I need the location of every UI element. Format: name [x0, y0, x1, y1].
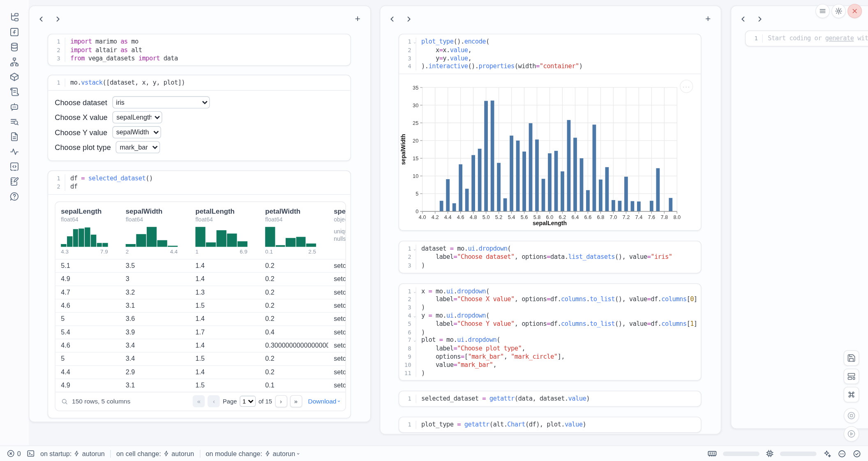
sidebar-item-code-square[interactable] [9, 161, 19, 171]
code-line[interactable]: 1›x = mo.ui.dropdown( [399, 287, 696, 295]
chart-menu-button[interactable]: ··· [680, 80, 693, 93]
code-line[interactable]: 1›plot_type().encode( [399, 38, 696, 46]
table-footer: 150 rows, 5 columns«‹Page1of 15›»Downloa… [55, 392, 346, 410]
code-editor[interactable]: 1›plot_type().encode(2 x=x.value,3 y=y.v… [399, 35, 701, 74]
code-line[interactable]: 5 label="Choose Y value", options=df.col… [399, 320, 696, 328]
code-line[interactable]: 1selected_dataset = getattr(data, datase… [399, 395, 696, 403]
code-line[interactable]: 1import marimo as mo [48, 38, 346, 46]
code-line[interactable]: 6) [399, 328, 696, 336]
sidebar-item-activity[interactable] [9, 147, 19, 157]
sidebar-item-function-square[interactable] [9, 27, 19, 37]
notebook-menu-button[interactable] [815, 4, 830, 18]
fold-chevron-icon[interactable]: › [410, 316, 418, 318]
code-line[interactable]: 3 y=y.value, [399, 54, 696, 62]
sidebar-item-bot[interactable] [9, 102, 19, 112]
on-cell-change-setting[interactable]: on cell change: autorun [116, 449, 194, 457]
fold-chevron-icon[interactable]: › [410, 291, 418, 294]
column-header-species[interactable]: speciesobjectunique:nulls: [328, 207, 346, 259]
sidebar-item-scroll-text[interactable] [9, 87, 19, 97]
command-palette-button[interactable] [844, 387, 859, 403]
column-next-button[interactable] [753, 13, 766, 25]
add-cell-button[interactable]: + [702, 13, 714, 25]
code-line[interactable]: 1plot_type = getattr(alt.Chart(df), plot… [399, 421, 696, 429]
code-line[interactable]: 7›plot = mo.ui.dropdown( [399, 336, 696, 344]
svg-text:7.2: 7.2 [622, 214, 630, 221]
prev-page-button[interactable]: ‹ [208, 395, 220, 408]
first-page-button[interactable]: « [193, 395, 205, 408]
errors-indicator[interactable]: 0 [7, 449, 21, 458]
sepal-bar-chart[interactable]: 4.04.24.44.64.85.05.25.45.65.86.06.26.46… [399, 79, 701, 229]
stop-button[interactable] [844, 408, 859, 424]
code-line[interactable]: 2 label="Choose X value", options=df.col… [399, 295, 696, 303]
code-editor[interactable]: 1 Start coding or generate with [746, 31, 868, 46]
choose-dataset-select[interactable]: iris [112, 97, 210, 109]
code-line[interactable]: 11) [399, 369, 696, 377]
download-button[interactable]: Download› [308, 398, 340, 405]
fold-chevron-icon[interactable]: › [410, 249, 418, 251]
choose-y-value-select[interactable]: sepalWidth [112, 126, 161, 138]
sidebar-item-package[interactable] [9, 72, 19, 82]
connection-status-icon[interactable] [852, 449, 861, 458]
on-module-change-setting[interactable]: on module change: autorun › [205, 449, 299, 457]
column-prev-button[interactable] [737, 13, 749, 25]
sidebar-item-text-search[interactable] [9, 117, 19, 127]
terminal-button[interactable] [26, 449, 35, 458]
code-editor[interactable]: 1import marimo as mo2import altair as al… [48, 35, 350, 66]
sidebar-item-database[interactable] [9, 42, 19, 52]
code-editor[interactable]: 1selected_dataset = getattr(data, datase… [399, 392, 701, 406]
ai-sparkles-button[interactable] [823, 449, 832, 458]
run-all-button[interactable] [844, 426, 859, 442]
fold-chevron-icon[interactable]: › [410, 41, 418, 44]
next-page-button[interactable]: › [275, 395, 287, 408]
code-line[interactable]: 8 label="Choose plot type", [399, 344, 696, 353]
sidebar-item-file-tree[interactable] [9, 12, 19, 22]
save-button[interactable] [844, 350, 859, 366]
sidebar-item-network[interactable] [9, 57, 19, 67]
code-line[interactable]: 1 Start coding or generate with [746, 35, 868, 43]
code-line[interactable]: 2 label="Choose dataset", options=data.l… [399, 253, 696, 261]
code-line[interactable]: 4).interactive().properties(width="conta… [399, 62, 696, 70]
add-cell-button[interactable]: + [351, 13, 364, 25]
code-line[interactable]: 3) [399, 261, 696, 269]
column-header-petalWidth[interactable]: petalWidthfloat640.12.5 [260, 207, 328, 259]
column-header-sepalLength[interactable]: sepalLengthfloat644.37.9 [55, 207, 120, 259]
column-header-petalLength[interactable]: petalLengthfloat6416.9 [190, 207, 260, 259]
generate-link[interactable]: generate [825, 35, 854, 42]
code-editor[interactable]: 1›dataset = mo.ui.dropdown(2 label="Choo… [399, 242, 701, 273]
code-editor[interactable]: 1›x = mo.ui.dropdown(2 label="Choose X v… [399, 284, 701, 380]
cpu-usage-bar [780, 451, 817, 456]
column-prev-button[interactable] [386, 13, 398, 25]
sidebar-item-file-text[interactable] [9, 132, 19, 142]
code-line[interactable]: 1df = selected_dataset() [48, 175, 346, 183]
code-line[interactable]: 3from vega_datasets import data [48, 54, 346, 62]
assistant-button[interactable] [838, 449, 847, 458]
layout-button[interactable] [844, 369, 859, 384]
code-line[interactable]: 3) [399, 303, 696, 311]
code-line[interactable]: 2import altair as alt [48, 46, 346, 54]
column-prev-button[interactable] [35, 13, 47, 25]
fold-chevron-icon[interactable]: › [410, 340, 418, 343]
code-editor[interactable]: 1plot_type = getattr(alt.Chart(df), plot… [399, 417, 701, 432]
page-select[interactable]: 1 [240, 396, 256, 407]
column-next-button[interactable] [402, 13, 415, 25]
code-editor[interactable]: 1df = selected_dataset()2df [48, 171, 350, 194]
code-line[interactable]: 2df [48, 182, 346, 191]
choose-plot-type-select[interactable]: mark_bar [116, 141, 160, 154]
choose-x-value-select[interactable]: sepalLength [113, 111, 162, 124]
code-line[interactable]: 1mo.vstack([dataset, x, y, plot]) [48, 79, 346, 87]
code-line[interactable]: 1›dataset = mo.ui.dropdown( [399, 245, 696, 253]
sidebar-item-help-circle[interactable] [9, 191, 19, 201]
code-line[interactable]: 10 value="mark_bar", [399, 361, 696, 369]
code-editor[interactable]: 1mo.vstack([dataset, x, y, plot]) [48, 76, 350, 90]
sidebar-item-notebook-pen[interactable] [9, 177, 19, 187]
settings-button[interactable] [831, 4, 846, 18]
search-icon[interactable] [61, 398, 68, 405]
last-page-button[interactable]: » [290, 395, 302, 408]
code-line[interactable]: 2 x=x.value, [399, 46, 696, 54]
code-line[interactable]: 9 options=["mark_bar", "mark_circle"], [399, 353, 696, 361]
column-header-sepalWidth[interactable]: sepalWidthfloat6424.4 [120, 207, 190, 259]
on-startup-setting[interactable]: on startup: autorun [40, 449, 105, 457]
column-next-button[interactable] [51, 13, 64, 25]
code-line[interactable]: 4›y = mo.ui.dropdown( [399, 311, 696, 320]
shutdown-button[interactable] [847, 4, 862, 18]
